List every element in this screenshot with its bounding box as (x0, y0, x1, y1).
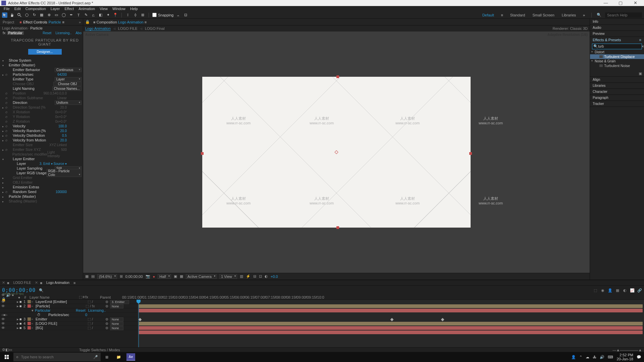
panel-effects-presets[interactable]: Effects & Presets≡ (590, 37, 644, 43)
prop-row[interactable]: Velocity Random [%20.0 (0, 128, 83, 133)
clear-search-icon[interactable]: ✕ (641, 45, 644, 48)
layer-row[interactable]: ◁◆▷⏱Particles/sec0 (0, 313, 138, 317)
exposure-reset-icon[interactable]: ◐ (265, 274, 268, 279)
type-tool[interactable]: T (76, 12, 81, 18)
taskbar-search-input[interactable] (21, 355, 91, 359)
prop-row[interactable]: Velocity100.0 (0, 124, 83, 128)
project-tab[interactable]: Project (0, 19, 17, 25)
prop-row[interactable]: Choose OBJChoose OBJ (0, 81, 83, 86)
camera-tool[interactable]: ▦ (39, 12, 44, 18)
selection-tool[interactable] (2, 12, 7, 18)
explorer-icon[interactable]: 📁 (113, 352, 125, 362)
fast-preview-icon[interactable]: ⚡ (246, 274, 251, 279)
effect-reset[interactable]: Reset (43, 31, 51, 35)
layer-row[interactable]: 👁 ▸■4▫[LOGO FILE]⬚ / ⊚None (0, 321, 138, 326)
tl-search-icon[interactable]: 🔍 (39, 288, 45, 293)
panel-libraries[interactable]: Libraries (590, 83, 644, 88)
prop-row[interactable]: X Rotation0x+0.0° (0, 110, 83, 114)
layer-row[interactable]: 👁 ▸■5▫[BG]⬚ / ⊚None (0, 326, 138, 330)
clone-tool[interactable]: ⎌ (91, 12, 96, 18)
axis-world-icon[interactable]: ⟠ (132, 12, 138, 18)
prop-row[interactable]: Emitter (Master) (0, 63, 83, 67)
tl-frame-icon[interactable]: ▭ (9, 348, 12, 352)
view-dropdown[interactable]: 1 View (219, 274, 237, 279)
canvas[interactable]: 人人素材www.rr-sc.com 人人素材www.rr-sc.com 人人素材… (202, 77, 471, 228)
pen-tool[interactable]: ✒ (68, 12, 74, 18)
menu-file[interactable]: File (1, 6, 12, 11)
panel-align[interactable]: Align (590, 77, 644, 82)
track-area[interactable] (138, 300, 644, 347)
snap-box-icon[interactable]: ⊡ (183, 12, 189, 18)
effect-name[interactable]: Particular (7, 31, 24, 35)
tl-render-icon[interactable]: ◧ (5, 348, 9, 352)
panel-paragraph[interactable]: Paragraph (590, 95, 644, 101)
panel-preview[interactable]: Preview (590, 31, 644, 37)
tl-graph-icon[interactable]: 📈 (630, 288, 635, 293)
notifications-icon[interactable]: 💬 (637, 355, 641, 359)
snapping-checkbox[interactable] (152, 13, 157, 17)
onedrive-icon[interactable]: ☁ (586, 355, 589, 359)
effect-turbulent-noise[interactable]: Turbulent Noise (590, 63, 644, 68)
prop-row[interactable]: Emitter SizeXYZ Linked (0, 142, 83, 147)
roi-icon[interactable]: ▣ (174, 274, 177, 279)
workspace-default[interactable]: Default (480, 13, 496, 17)
hand-tool[interactable] (9, 12, 15, 18)
renderer-value[interactable]: Classic 3D (570, 26, 588, 31)
layer-row[interactable]: 👁 ▸■1▫LayerEmit [Emitter]⬚ / ⊚3. Emitter (0, 300, 138, 304)
prop-row[interactable]: Show System (0, 58, 83, 63)
roto-tool[interactable]: ✦ (105, 12, 111, 18)
alpha-icon[interactable]: ▦ (85, 274, 89, 279)
tl-motion-blur-icon[interactable]: ◐ (623, 288, 627, 293)
clock[interactable]: 2:52 PM20-Jan-18 (616, 353, 633, 361)
tl-shy-icon[interactable]: 👤 (608, 288, 612, 293)
prop-row[interactable]: Y Rotation0x+0.0° (0, 114, 83, 119)
prop-row[interactable]: Random Seed100000 (0, 189, 83, 194)
effect-turbulent-displace[interactable]: Turbulent Displace (590, 54, 644, 59)
prop-row[interactable]: Particles/sec64200 (0, 72, 83, 77)
resolution-dropdown[interactable]: Half (158, 274, 171, 279)
crumb-0[interactable]: Logo Animation (85, 26, 111, 31)
rotation-tool[interactable]: ↻ (32, 12, 37, 18)
comp-tab-name[interactable]: Logo Animation (118, 20, 144, 24)
layer-row[interactable]: 👁 ▸■3▫Emitter⬚ / ⊚None (0, 317, 138, 321)
menu-animation[interactable]: Animation (76, 6, 97, 11)
panel-audio[interactable]: Audio (590, 25, 644, 31)
network-icon[interactable]: 🖧 (593, 355, 596, 359)
magnification-dropdown[interactable]: (54.6%) (97, 274, 117, 279)
zoom-tool[interactable] (17, 12, 22, 18)
workspace-libraries[interactable]: Libraries (560, 13, 578, 17)
camera-dropdown[interactable]: Active Camera (186, 274, 217, 279)
close-button[interactable]: ✕ (628, 0, 643, 6)
new-bin-icon[interactable]: ▣ (639, 71, 642, 75)
tl-frame-blend-icon[interactable]: ▦ (615, 288, 620, 293)
snapshot-icon[interactable]: 📷 (146, 274, 150, 279)
status-timecode[interactable]: 0;00;00;00 (125, 275, 143, 279)
prop-row[interactable]: Layer RGB UsageRGB - Particle Colo (0, 171, 83, 175)
category-distort[interactable]: Distort (590, 50, 644, 54)
keyframe-icon[interactable] (139, 318, 142, 321)
puppet-tool[interactable]: 📍 (113, 12, 118, 18)
workspace-menu-icon[interactable]: ≡ (499, 12, 505, 18)
flowchart-icon[interactable]: ⊡ (259, 274, 262, 279)
maximize-button[interactable]: ▢ (613, 0, 628, 6)
panel-overflow-icon[interactable]: » (77, 20, 83, 24)
workspace-overflow-icon[interactable]: » (581, 12, 587, 18)
transparency-icon[interactable]: ▦ (180, 274, 183, 279)
keyboard-icon[interactable]: ⌨ (608, 355, 613, 359)
prop-row[interactable]: Emitter BehaviorContinuous (0, 67, 83, 72)
brush-tool[interactable]: ✎ (83, 12, 89, 18)
keyframe-icon[interactable] (390, 318, 394, 321)
menu-effect[interactable]: Effect (62, 6, 76, 11)
prop-row[interactable]: Position SubframeLinear (0, 96, 83, 100)
volume-icon[interactable]: 🔊 (600, 355, 604, 359)
prop-row[interactable]: Layer3. Emit ▾ Source ▾ (0, 161, 83, 166)
tl-tab-1[interactable]: Logo Animation (44, 281, 71, 285)
menu-view[interactable]: View (97, 6, 110, 11)
prop-row[interactable]: Emitter TypeLayer (0, 77, 83, 81)
panel-tracker[interactable]: Tracker (590, 101, 644, 107)
mic-icon[interactable]: 🎤 (93, 355, 98, 359)
tl-filter-icon[interactable]: ⚙ (2, 348, 5, 352)
axis-view-icon[interactable]: ⊞ (140, 12, 145, 18)
category-noise-grain[interactable]: Noise & Grain (590, 59, 644, 63)
menu-layer[interactable]: Layer (48, 6, 62, 11)
